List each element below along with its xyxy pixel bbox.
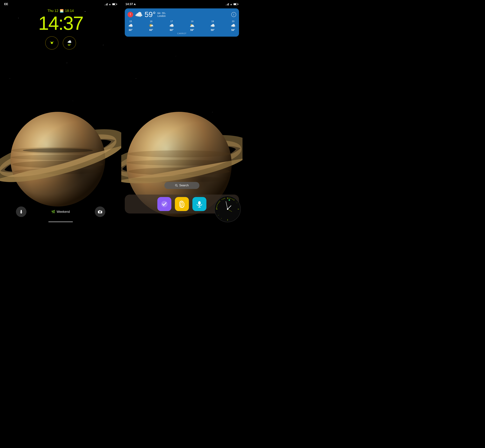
status-bar-left: EE ▲ — [0, 0, 121, 6]
status-bar-right: 14:37 ▲ — [121, 0, 242, 6]
weather-info-button[interactable]: i — [231, 12, 236, 17]
weather-hour-18: 18 🌥️ 59° — [190, 20, 194, 31]
home-indicator-left — [48, 221, 73, 222]
cloud-icon-small: ☁️ — [67, 40, 72, 44]
svg-marker-32 — [134, 3, 136, 5]
hour-cloud-15: ☁️ — [128, 23, 133, 28]
search-icon — [175, 184, 178, 187]
weather-temp-main: 59° — [144, 11, 156, 18]
status-icons-right: ▲ — [226, 3, 238, 6]
weather-hour-20: 20 ☁️ 58° — [231, 20, 236, 31]
hour-cloud-16: 🌤️ — [149, 23, 153, 28]
weather-alert-icon: ! — [127, 12, 133, 17]
hour-temp-15: 60° — [129, 29, 133, 31]
weather-top-row: ! ☁️ 59° 64↑ 55↓ London i — [127, 11, 236, 18]
leaf-icon: 🌿 — [51, 210, 55, 214]
hour-label-17: 17 — [170, 20, 173, 23]
watch-corner: PREPARE FOR CORTEX · — [215, 196, 242, 224]
microphone-icon — [196, 200, 203, 208]
paperclip-icon — [178, 200, 186, 208]
hour-temp-20: 58° — [231, 29, 235, 31]
camera-button[interactable] — [95, 207, 105, 217]
weather-hour-16: 16 🌤️ 60° — [149, 20, 153, 31]
time-right: 14:37 — [126, 2, 136, 6]
hour-label-20: 20 — [232, 20, 234, 23]
svg-rect-19 — [99, 210, 100, 211]
hour-label-15: 15 — [129, 20, 132, 23]
svg-point-20 — [101, 211, 102, 211]
podcast-widget[interactable] — [45, 36, 58, 50]
dock-reminders-app[interactable] — [157, 197, 171, 211]
weather-hour-17: 17 ☁️ 60° — [169, 20, 174, 31]
svg-rect-36 — [198, 201, 201, 205]
reminders-icon — [160, 200, 168, 208]
search-label: Search — [179, 184, 189, 187]
widgets-row: ☁️ 59° — [0, 36, 121, 50]
weekend-label: Weekend — [56, 210, 70, 214]
home-screen: 14:37 ▲ ! ☁️ 59° — [121, 0, 242, 224]
svg-point-18 — [99, 211, 101, 213]
time-label-right: 14:37 — [126, 2, 133, 6]
svg-point-35 — [161, 201, 167, 207]
hour-temp-18: 59° — [190, 29, 194, 31]
svg-point-33 — [175, 184, 177, 186]
carrier-label: EE — [4, 2, 8, 6]
weather-details: 64↑ 55↓ London — [158, 12, 230, 17]
battery-icon-right — [233, 3, 238, 5]
status-icons-left: ▲ — [104, 3, 117, 6]
hour-temp-19: 59° — [211, 29, 215, 31]
hour-cloud-19: ☁️ — [210, 23, 215, 28]
flashlight-button[interactable] — [16, 207, 26, 217]
camera-icon — [98, 210, 102, 214]
search-bar[interactable]: Search — [164, 182, 199, 189]
hour-temp-17: 60° — [170, 29, 174, 31]
location-icon — [134, 3, 136, 5]
hour-label-18: 18 — [191, 20, 193, 23]
weather-high-low: 64↑ 55↓ — [158, 12, 230, 15]
hour-cloud-18: 🌥️ — [190, 23, 194, 28]
hour-cloud-20: ☁️ — [231, 23, 236, 28]
watch-face-svg: PREPARE FOR CORTEX · — [215, 196, 240, 222]
svg-point-11 — [23, 148, 93, 152]
temp-small: 59° — [68, 44, 71, 46]
wifi-icon: ▲ — [109, 3, 111, 6]
weather-hour-19: 19 ☁️ 59° — [210, 20, 215, 31]
watch-face: PREPARE FOR CORTEX · — [215, 196, 241, 222]
svg-point-52 — [227, 208, 228, 210]
hour-cloud-17: ☁️ — [169, 23, 174, 28]
weather-city: London — [158, 15, 230, 17]
weekend-button[interactable]: 🌿 Weekend — [51, 210, 70, 214]
signal-icon — [104, 3, 108, 5]
weather-widget[interactable]: ! ☁️ 59° 64↑ 55↓ London i 15 ☁️ 60° 16 🌤… — [125, 8, 239, 37]
weather-hour-15: 15 ☁️ 60° — [128, 20, 133, 31]
search-bar-container: Search — [121, 182, 242, 189]
lock-time: 14:37 — [0, 14, 121, 33]
weather-widget-small[interactable]: ☁️ 59° — [63, 36, 76, 50]
flashlight-icon — [19, 210, 23, 214]
hour-label-16: 16 — [150, 20, 152, 23]
weather-source-label: CARROT — [127, 32, 236, 34]
svg-point-53 — [229, 200, 230, 201]
dock-mic-app[interactable] — [192, 197, 207, 211]
dock-paperclip-app[interactable] — [175, 197, 189, 211]
weather-hours-row: 15 ☁️ 60° 16 🌤️ 60° 17 ☁️ 60° 18 🌥️ 59° … — [127, 20, 236, 31]
hour-temp-16: 60° — [149, 29, 153, 31]
saturn-background-left — [0, 87, 121, 224]
svg-rect-13 — [21, 210, 22, 212]
lock-screen: EE ▲ Thu 12 🌅 18:14 14:37 — [0, 0, 121, 224]
signal-icon-right — [226, 3, 229, 5]
hour-label-19: 19 — [211, 20, 214, 23]
lock-screen-info: Thu 12 🌅 18:14 14:37 — [0, 9, 121, 33]
weather-cloud-icon: ☁️ — [135, 11, 143, 18]
svg-line-34 — [177, 186, 178, 187]
battery-icon — [112, 3, 117, 5]
bottom-controls: 🌿 Weekend — [0, 207, 121, 217]
podcast-icon — [49, 40, 55, 46]
wifi-icon-right: ▲ — [230, 3, 232, 6]
